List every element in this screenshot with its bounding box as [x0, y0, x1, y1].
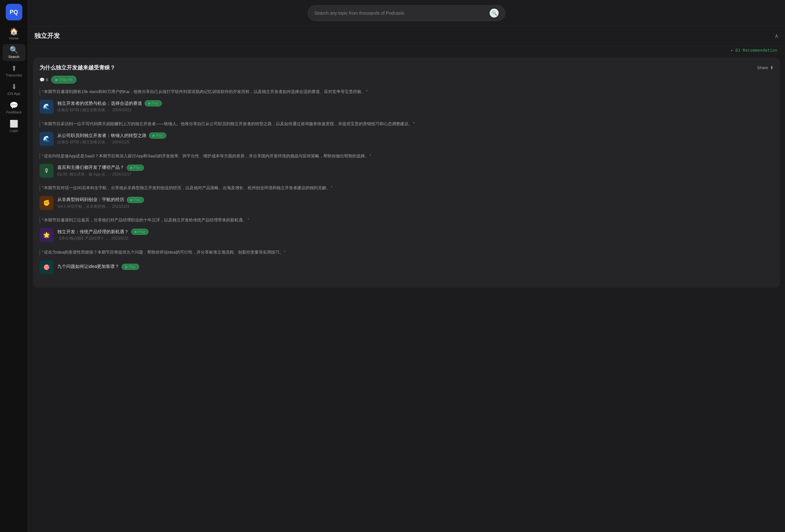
play-all-label: Play All: [59, 77, 72, 82]
collapse-button[interactable]: ∧: [775, 32, 779, 40]
episode-item-4: ✊ 从非典型转码到创业：宇航的经历 ▶ Play Vol.1 对话宇航，从非典型…: [40, 195, 774, 211]
search-input[interactable]: [314, 10, 486, 16]
ios-app-icon: ⬇: [11, 83, 17, 91]
card-meta: 💬 6 ▶ Play All: [40, 76, 774, 83]
sidebar-item-search[interactable]: 🔍 Search: [3, 44, 25, 61]
play-button-1[interactable]: ▶ Play: [145, 100, 162, 106]
episode-title-6: 九个问题如何让idea更加靠谱？: [57, 264, 119, 270]
episode-sub-2: 出海去 EP36 | 独立创客访谈… · 2024/11/5: [57, 140, 774, 145]
episode-quote-4: 本期节目对话一位00后本科生宇航，分享他从非典型独立开发到创业的经历，以及他对产…: [40, 185, 774, 192]
search-submit-button[interactable]: 🔍: [490, 8, 499, 18]
episode-quote-5: 本期节目邀请到三位嘉宾，分享他们对产品经理职业的十年沉浮，以及独立开发给传统产品…: [40, 217, 774, 224]
play-button-4[interactable]: ▶ Play: [127, 197, 144, 203]
episode-title-1: 独立开发者的优势与机会：选择合适的赛道: [57, 101, 142, 106]
episode-item-1: 🌊 独立开发者的优势与机会：选择合适的赛道 ▶ Play 出海去 EP35 | …: [40, 98, 774, 115]
episode-info-5: 独立开发：传统产品经理的新机遇？ ▶ Play 【串台·晚点聊】产品经理十… ·…: [57, 229, 774, 241]
episode-quote-6: 还在为idea的靠谱性而烦恼？本期节目将提供九个问题，帮助你评估idea的可行性…: [40, 249, 774, 256]
section-header: 独立开发 ∧: [28, 26, 785, 46]
feedback-icon: 💬: [9, 102, 18, 109]
search-bar: 🔍: [308, 5, 505, 21]
sidebar-label-home: Home: [9, 36, 19, 40]
episode-sub-5: 【串台·晚点聊】产品经理十… · 2023/8/22: [57, 236, 774, 241]
episode-item-6: 🎯 九个问题如何让idea更加靠谱？ ▶ Play: [40, 259, 774, 276]
share-button[interactable]: Share ⬆: [757, 65, 774, 70]
episode-thumb-3: 🎙: [40, 164, 53, 178]
episode-count-value: 6: [46, 77, 48, 82]
episode-group-4: 本期节目对话一位00后本科生宇航，分享他从非典型独立开发到创业的经历，以及他对产…: [40, 185, 774, 211]
episode-title-3: 嘉宾和主播们都开发了哪些产品？: [57, 165, 124, 171]
episode-group-2: 本期节目采访到一位不写代码两天就能赚到上万的独立开发者——铁锤人。他将分享自己从…: [40, 121, 774, 147]
episode-title-row-5: 独立开发：传统产品经理的新机遇？ ▶ Play: [57, 229, 774, 235]
episode-count: 💬 6: [40, 77, 48, 82]
episode-title-row-4: 从非典型转码到创业：宇航的经历 ▶ Play: [57, 197, 774, 203]
episode-thumb-6: 🎯: [40, 260, 53, 274]
sidebar-label-transcribe: Transcribe: [6, 73, 22, 77]
search-bar-container: 🔍: [28, 0, 785, 26]
episode-group-1: 本期节目邀请到拥有15k stars和80万用户的Kai，他将分享自己从练打字软…: [40, 88, 774, 115]
episode-title-row-2: 从公司职员到独立开发者：铁锤人的转型之路 ▶ Play: [57, 132, 774, 138]
episode-item-5: 🌟 独立开发：传统产品经理的新机遇？ ▶ Play 【串台·晚点聊】产品经理十……: [40, 227, 774, 244]
episode-quote-3: 还在纠结是做App还是SaaS？本期节目将深入探讨App和SaaS的开发效率、跨…: [40, 153, 774, 159]
transcribe-icon: ⬆: [11, 65, 17, 72]
sidebar-item-transcribe[interactable]: ⬆ Transcribe: [3, 62, 25, 80]
sidebar-item-feedback[interactable]: 💬 Feedback: [3, 99, 25, 117]
episode-info-3: 嘉宾和主播们都开发了哪些产品？ ▶ Play Ep 50. 独立开发，做 App…: [57, 165, 774, 177]
message-icon: 💬: [40, 77, 45, 82]
episode-title-row-1: 独立开发者的优势与机会：选择合适的赛道 ▶ Play: [57, 100, 774, 106]
episode-thumb-2: 🌊: [40, 132, 53, 146]
episode-title-4: 从非典型转码到创业：宇航的经历: [57, 197, 124, 203]
episode-item-2: 🌊 从公司职员到独立开发者：铁锤人的转型之路 ▶ Play 出海去 EP36 |…: [40, 131, 774, 147]
card-title: 为什么独立开发越来越受青睐？: [40, 64, 115, 71]
episode-thumb-5: 🌟: [40, 228, 53, 242]
sidebar-label-login: Login: [9, 129, 18, 132]
episode-sub-1: 出海去 EP35 | 独立创客访谈… · 2024/10/21: [57, 107, 774, 113]
play-button-3[interactable]: ▶ Play: [127, 165, 144, 171]
episode-sub-4: Vol.1 对话宇航，从非典型独… · 2023/12/3: [57, 204, 774, 209]
episode-sub-3: Ep 50. 独立开发，做 App 还… · 2024/11/17: [57, 172, 774, 177]
share-icon: ⬆: [770, 65, 774, 70]
episode-title-row-3: 嘉宾和主播们都开发了哪些产品？ ▶ Play: [57, 165, 774, 171]
episode-quote-1: 本期节目邀请到拥有15k stars和80万用户的Kai，他将分享自己从练打字软…: [40, 88, 774, 95]
sidebar-item-home[interactable]: 🏠 Home: [3, 25, 25, 43]
login-icon: ⬜: [9, 120, 18, 127]
episode-info-4: 从非典型转码到创业：宇航的经历 ▶ Play Vol.1 对话宇航，从非典型独……: [57, 197, 774, 209]
sidebar-label-search: Search: [8, 55, 20, 59]
dj-recommendation-label: ✦ DJ Recommendation: [28, 46, 785, 54]
episode-group-6: 还在为idea的靠谱性而烦恼？本期节目将提供九个问题，帮助你评估idea的可行性…: [40, 249, 774, 276]
play-button-6[interactable]: ▶ Play: [122, 264, 139, 270]
episode-thumb-4: ✊: [40, 196, 53, 210]
content-area: 独立开发 ∧ ✦ DJ Recommendation 为什么独立开发越来越受青睐…: [28, 26, 785, 532]
episode-group-3: 还在纠结是做App还是SaaS？本期节目将深入探讨App和SaaS的开发效率、跨…: [40, 153, 774, 179]
play-all-button[interactable]: ▶ Play All: [51, 76, 76, 83]
main-content: 🔍 独立开发 ∧ ✦ DJ Recommendation 为什么独立开发越来越受…: [28, 0, 785, 532]
results-card: 为什么独立开发越来越受青睐？ Share ⬆ 💬 6 ▶ Play All: [33, 58, 780, 288]
app-logo[interactable]: PQ: [6, 4, 22, 20]
search-icon: 🔍: [9, 47, 18, 53]
episode-info-6: 九个问题如何让idea更加靠谱？ ▶ Play: [57, 264, 774, 271]
share-label: Share: [757, 65, 768, 70]
sidebar: PQ 🏠 Home 🔍 Search ⬆ Transcribe ⬇ iOS Ap…: [0, 0, 28, 532]
episode-title-2: 从公司职员到独立开发者：铁锤人的转型之路: [57, 133, 147, 138]
episode-info-1: 独立开发者的优势与机会：选择合适的赛道 ▶ Play 出海去 EP35 | 独立…: [57, 100, 774, 113]
sidebar-item-ios-app[interactable]: ⬇ iOS App: [3, 81, 25, 98]
episode-thumb-1: 🌊: [40, 100, 53, 114]
sidebar-label-feedback: Feedback: [6, 110, 21, 114]
card-header: 为什么独立开发越来越受青睐？ Share ⬆: [40, 64, 774, 71]
episode-item-3: 🎙 嘉宾和主播们都开发了哪些产品？ ▶ Play Ep 50. 独立开发，做 A…: [40, 162, 774, 179]
sidebar-label-ios-app: iOS App: [7, 92, 20, 96]
play-button-2[interactable]: ▶ Play: [149, 132, 166, 138]
episode-title-5: 独立开发：传统产品经理的新机遇？: [57, 229, 129, 235]
section-title: 独立开发: [34, 31, 60, 40]
home-icon: 🏠: [9, 28, 18, 35]
episode-title-row-6: 九个问题如何让idea更加靠谱？ ▶ Play: [57, 264, 774, 270]
episode-quote-2: 本期节目采访到一位不写代码两天就能赚到上万的独立开发者——铁锤人。他将分享自己从…: [40, 121, 774, 127]
play-button-5[interactable]: ▶ Play: [131, 229, 149, 235]
episode-group-5: 本期节目邀请到三位嘉宾，分享他们对产品经理职业的十年沉浮，以及独立开发给传统产品…: [40, 217, 774, 244]
episode-info-2: 从公司职员到独立开发者：铁锤人的转型之路 ▶ Play 出海去 EP36 | 独…: [57, 132, 774, 145]
sidebar-item-login[interactable]: ⬜ Login: [3, 118, 25, 135]
play-all-icon: ▶: [55, 77, 58, 82]
